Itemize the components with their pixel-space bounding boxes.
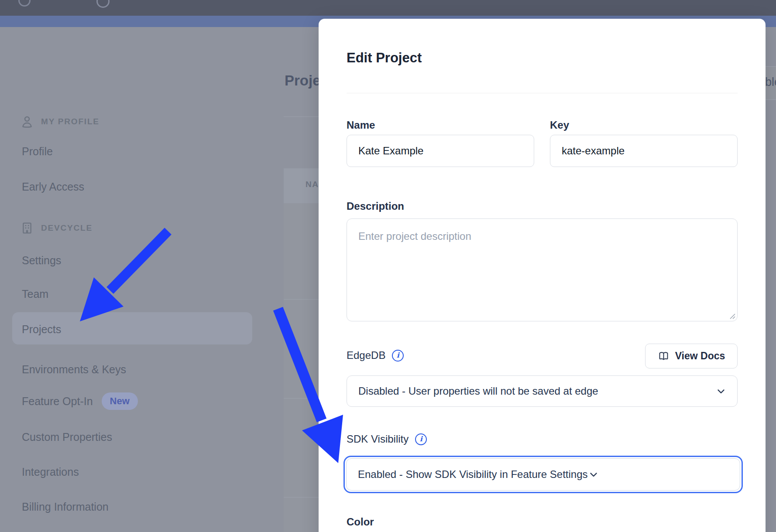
- modal-header-divider: [347, 93, 738, 93]
- view-docs-button[interactable]: View Docs: [645, 344, 738, 368]
- resize-handle-icon[interactable]: [728, 312, 736, 321]
- sidebar-item-billing-information[interactable]: Billing Information: [22, 499, 109, 515]
- sidebar-item-custom-properties[interactable]: Custom Properties: [22, 429, 112, 445]
- edit-project-modal: Edit Project Name Key Description EdgeDB…: [319, 19, 766, 532]
- person-icon: [20, 114, 34, 129]
- sdk-visibility-selected-value: Enabled - Show SDK Visibility in Feature…: [358, 468, 588, 481]
- sdk-visibility-label: SDK Visibility: [347, 433, 409, 445]
- sdk-visibility-label-row: SDK Visibility i: [347, 433, 427, 445]
- sdk-visibility-focus-ring: Enabled - Show SDK Visibility in Feature…: [343, 456, 743, 493]
- sidebar-item-label: Projects: [22, 323, 61, 335]
- view-docs-label: View Docs: [675, 350, 725, 362]
- name-label: Name: [347, 119, 375, 131]
- info-icon-glyph: i: [420, 436, 422, 443]
- edgedb-select[interactable]: Disabled - User properties will not be s…: [347, 375, 738, 407]
- color-label: Color: [347, 516, 374, 528]
- sidebar-item-label: Profile: [22, 145, 53, 157]
- sidebar-item-label: Team: [22, 288, 48, 300]
- edgedb-selected-value: Disabled - User properties will not be s…: [358, 385, 715, 397]
- sidebar-section-label: MY PROFILE: [41, 117, 100, 126]
- sidebar-item-early-access[interactable]: Early Access: [22, 179, 84, 194]
- sidebar-item-label: Integrations: [22, 466, 79, 478]
- sidebar-item-label: Billing Information: [22, 501, 109, 513]
- building-icon: [20, 221, 34, 235]
- sidebar-section-my-profile: MY PROFILE: [20, 114, 100, 129]
- chevron-down-icon: [715, 385, 727, 397]
- sidebar-item-label: Custom Properties: [22, 431, 112, 443]
- description-label: Description: [347, 200, 404, 212]
- chevron-down-icon: [588, 469, 599, 480]
- sidebar-item-environments-keys[interactable]: Environments & Keys: [22, 361, 126, 377]
- info-icon-glyph: i: [397, 352, 399, 359]
- sidebar-item-integrations[interactable]: Integrations: [22, 464, 79, 480]
- info-icon[interactable]: i: [392, 350, 404, 361]
- sidebar-item-projects[interactable]: Projects: [22, 321, 61, 337]
- sidebar-item-feature-opt-in[interactable]: Feature Opt-In New: [22, 392, 138, 411]
- edgedb-label-row: EdgeDB i: [347, 349, 404, 361]
- sdk-visibility-select[interactable]: Enabled - Show SDK Visibility in Feature…: [346, 458, 740, 491]
- sidebar-item-label: Settings: [22, 254, 61, 266]
- sidebar-item-label: Environments & Keys: [22, 363, 126, 375]
- sidebar-item-label: Feature Opt-In: [22, 392, 93, 411]
- key-label: Key: [550, 119, 569, 131]
- description-textarea[interactable]: [347, 218, 738, 321]
- new-badge: New: [102, 392, 138, 410]
- key-input[interactable]: [550, 135, 738, 167]
- sidebar-item-label: Early Access: [22, 181, 84, 193]
- modal-title: Edit Project: [347, 50, 422, 66]
- sidebar-item-team[interactable]: Team: [22, 286, 48, 302]
- top-navigation-bar: [0, 0, 776, 16]
- sidebar-section-devcycle: DEVCYCLE: [20, 221, 93, 235]
- name-input[interactable]: [347, 135, 534, 167]
- info-icon[interactable]: i: [415, 433, 427, 445]
- topbar-logo-fragment-icon: [18, 0, 31, 7]
- sidebar-item-profile[interactable]: Profile: [22, 143, 53, 159]
- background-text-fragment: ble: [765, 75, 776, 89]
- edgedb-label: EdgeDB: [347, 349, 385, 361]
- sidebar-section-label: DEVCYCLE: [41, 223, 93, 233]
- book-icon: [658, 350, 670, 362]
- topbar-logo-fragment-icon: [96, 0, 110, 8]
- sidebar-item-settings[interactable]: Settings: [22, 252, 61, 268]
